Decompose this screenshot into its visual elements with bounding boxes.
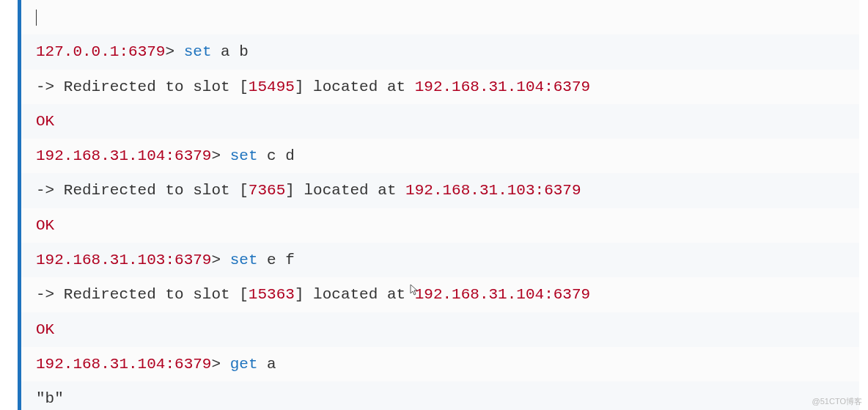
port: 6379	[128, 43, 165, 60]
port: 6379	[174, 252, 211, 268]
terminal-line: -> Redirected to slot [15495] located at…	[21, 70, 859, 104]
command: set	[230, 147, 258, 164]
redirect-mid: ] located at	[295, 78, 415, 95]
terminal-line: OK	[21, 208, 859, 243]
slot-number: 15495	[249, 78, 295, 95]
redirect-prefix: -> Redirected to slot [	[36, 286, 249, 303]
terminal-line: -> Redirected to slot [15363] located at…	[21, 277, 859, 312]
redirect-target: 192.168.31.104:6379	[415, 286, 590, 303]
redirect-mid: ] located at	[285, 182, 405, 199]
redirect-prefix: -> Redirected to slot [	[36, 78, 249, 95]
args: e f	[267, 252, 295, 268]
terminal-line: -> Redirected to slot [7365] located at …	[21, 173, 859, 208]
ok-response: OK	[36, 113, 54, 130]
terminal-line: OK	[21, 104, 859, 139]
args: a	[267, 356, 276, 373]
command: set	[184, 43, 212, 60]
redirect-target: 192.168.31.103:6379	[405, 182, 581, 199]
terminal-output: 127.0.0.1:6379> set a b -> Redirected to…	[18, 0, 859, 410]
host: 192.168.31.104	[36, 147, 165, 164]
text-cursor	[36, 10, 37, 26]
terminal-line: 192.168.31.103:6379> set e f	[21, 243, 859, 277]
terminal-line: 192.168.31.104:6379> set c d	[21, 139, 859, 173]
ok-response: OK	[36, 321, 54, 338]
terminal-line: 192.168.31.104:6379> get a	[21, 347, 859, 381]
port: 6379	[174, 147, 211, 164]
host: 192.168.31.103	[36, 252, 165, 268]
args: a b	[221, 43, 249, 60]
redirect-target: 192.168.31.104:6379	[415, 78, 590, 95]
args: c d	[267, 147, 295, 164]
slot-number: 7365	[249, 182, 285, 199]
terminal-line	[21, 0, 859, 34]
command: get	[230, 356, 258, 373]
terminal-line: 127.0.0.1:6379> set a b	[21, 34, 859, 69]
redirect-prefix: -> Redirected to slot [	[36, 182, 249, 199]
watermark: @51CTO博客	[812, 396, 862, 407]
host: 192.168.31.104	[36, 356, 165, 373]
ok-response: OK	[36, 217, 54, 234]
command: set	[230, 252, 258, 268]
result-value: "b"	[36, 390, 64, 407]
terminal-line: "b"	[21, 381, 859, 410]
slot-number: 15363	[249, 286, 295, 303]
host: 127.0.0.1	[36, 43, 119, 60]
port: 6379	[174, 356, 211, 373]
terminal-line: OK	[21, 312, 859, 347]
redirect-mid: ] located at	[295, 286, 415, 303]
